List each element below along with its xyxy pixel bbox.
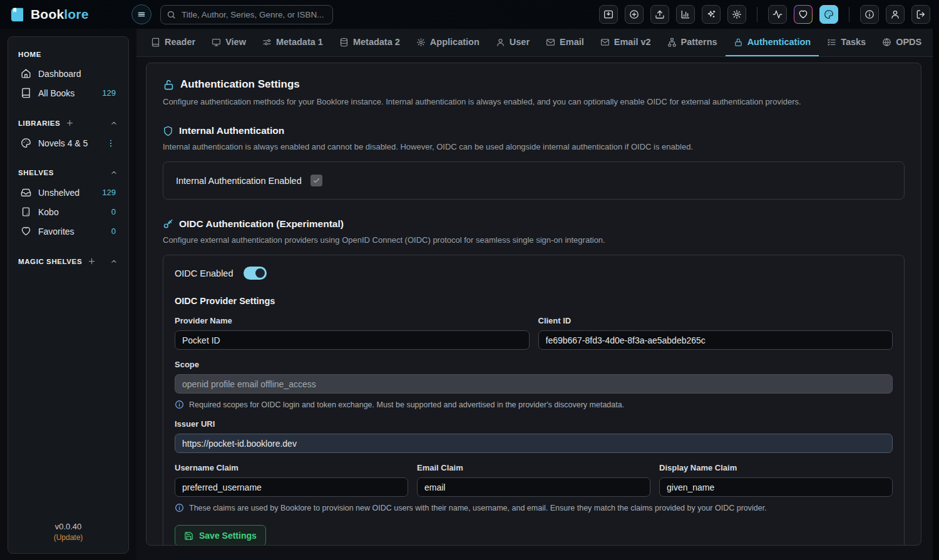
app-logo[interactable]: Booklore [9,6,131,23]
sidebar-item-dashboard[interactable]: Dashboard [17,64,120,83]
section-magic-shelves-title: MAGIC SHELVES [18,258,82,265]
sidebar-item-favorites[interactable]: Favorites 0 [17,222,120,240]
page-description: Configure authentication methods for you… [163,97,905,106]
issuer-uri-input[interactable] [175,434,893,453]
display-name-claim-input[interactable] [659,477,893,497]
tab-authentication[interactable]: Authentication [726,29,819,56]
section-home-title: HOME [18,51,41,58]
claims-help-text: These claims are used by Booklore to pro… [189,504,767,512]
app-title: Booklore [31,7,89,22]
sidebar-footer: v0.0.40 (Update) [17,522,120,544]
inbox-icon [603,9,613,19]
tab-email[interactable]: Email [538,29,592,56]
shield-icon [163,126,173,136]
globe-icon [882,38,891,47]
email-claim-label: Email Claim [417,463,650,472]
provider-name-input[interactable] [175,330,530,350]
scope-help: Required scopes for OIDC login and token… [175,400,893,409]
add-library-icon[interactable] [65,118,74,128]
activity-button[interactable] [768,5,787,24]
section-magic-shelves: MAGIC SHELVES [18,257,118,266]
main-content: Reader View Metadata 1 Metadata 2 Applic… [136,29,933,560]
oidc-enabled-label: OIDC Enabled [175,268,233,278]
info-icon [865,9,875,19]
logout-icon [916,9,926,19]
upload-button[interactable] [650,5,669,24]
page-title: Authentication Settings [180,78,300,91]
tab-metadata-1[interactable]: Metadata 1 [254,29,331,56]
tab-view[interactable]: View [203,29,254,56]
activity-icon [772,9,782,19]
inbox-button[interactable] [599,5,618,24]
topbar-actions [599,5,930,24]
heart-icon [21,226,31,237]
section-shelves: SHELVES [18,168,118,177]
search-input[interactable] [160,5,333,24]
sidebar-item-label: Kobo [38,207,59,217]
tab-email-v2[interactable]: Email v2 [592,29,659,56]
tab-patterns[interactable]: Patterns [659,29,726,56]
account-button[interactable] [886,5,905,24]
magic-button[interactable] [702,5,721,24]
internal-auth-enabled-checkbox [310,175,322,186]
global-search [160,5,333,24]
client-id-label: Client ID [538,316,893,325]
workflow-icon [667,38,677,47]
favorites-button[interactable] [794,5,813,24]
logout-button[interactable] [911,5,930,24]
tab-tasks[interactable]: Tasks [819,29,874,56]
client-id-input[interactable] [538,330,893,350]
oidc-card: OIDC Enabled OIDC Provider Settings Prov… [163,255,905,546]
theme-button[interactable] [819,5,838,24]
settings-button[interactable] [727,5,746,24]
sidebar-item-label: Novels 4 & 5 [38,138,88,148]
booklore-logo-icon [9,6,26,23]
topbar-divider [757,7,757,22]
chevron-up-icon[interactable] [110,119,118,128]
tab-metadata-2[interactable]: Metadata 2 [331,29,408,56]
more-options-icon[interactable] [106,138,116,148]
username-claim-label: Username Claim [175,463,408,472]
display-name-claim-field-group: Display Name Claim [659,463,893,497]
sidebar-item-unshelved[interactable]: Unshelved 129 [17,183,120,201]
palette-icon [824,9,834,19]
internal-auth-title: Internal Authentication [179,125,284,136]
email-claim-input[interactable] [417,477,650,497]
issuer-uri-field-group: Issuer URI [175,419,893,453]
topbar: Booklore [0,0,939,29]
update-link[interactable]: (Update) [17,533,120,542]
stats-button[interactable] [676,5,695,24]
list-checks-icon [827,38,836,47]
tab-opds[interactable]: OPDS [874,29,930,56]
all-books-count: 129 [102,88,116,98]
info-button[interactable] [860,5,879,24]
sidebar-item-label: Favorites [38,227,74,237]
client-id-field-group: Client ID [538,316,893,350]
info-icon [175,400,184,409]
book-icon [21,88,31,98]
tab-reader[interactable]: Reader [143,29,203,56]
sidebar-item-kobo[interactable]: Kobo 0 [17,203,120,221]
page-scrollbar[interactable] [933,29,939,560]
tab-application[interactable]: Application [408,29,488,56]
internal-auth-enabled-label: Internal Authentication Enabled [176,176,302,186]
oidc-enabled-toggle[interactable] [244,267,267,280]
sidebar-item-all-books[interactable]: All Books 129 [17,84,120,102]
oidc-provider-settings-title: OIDC Provider Settings [175,296,893,306]
topbar-divider [849,7,849,22]
sidebar-toggle-button[interactable] [131,4,151,24]
chevron-up-icon[interactable] [110,257,118,266]
tab-user[interactable]: User [488,29,538,56]
chevron-up-icon[interactable] [110,168,118,177]
add-button[interactable] [625,5,644,24]
scope-label: Scope [175,360,893,369]
palette-icon [21,138,31,148]
username-claim-input[interactable] [175,477,408,497]
issuer-uri-label: Issuer URI [175,419,893,429]
unlock-icon [163,79,175,91]
save-settings-button[interactable]: Save Settings [175,525,266,546]
add-circle-icon [629,9,639,19]
add-magic-shelf-icon[interactable] [87,257,96,266]
hamburger-icon [136,9,146,19]
sidebar-item-novels[interactable]: Novels 4 & 5 [17,134,120,152]
